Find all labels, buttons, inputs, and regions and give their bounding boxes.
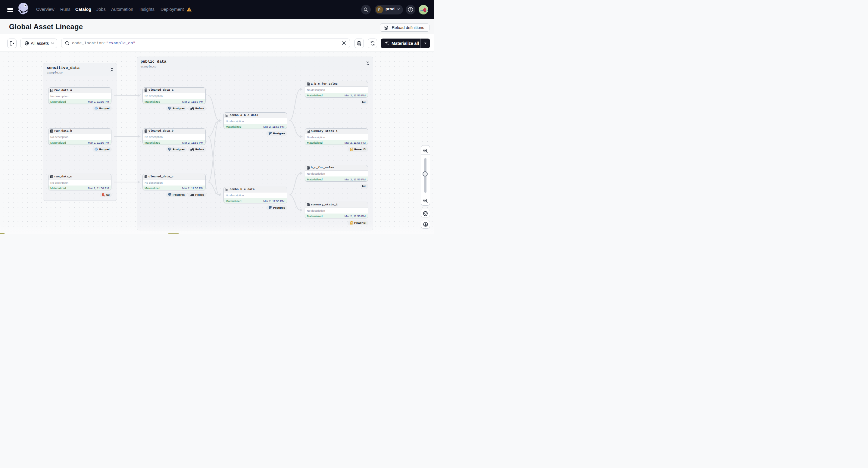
svg-text:csv: csv — [363, 101, 366, 103]
svg-text:csv: csv — [363, 185, 366, 187]
